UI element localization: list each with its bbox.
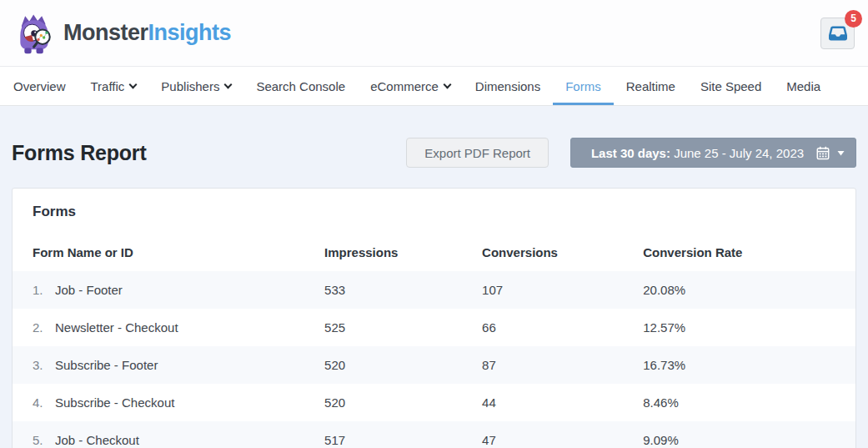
nav-tab-media[interactable]: Media <box>774 67 833 105</box>
impressions-cell: 517 <box>324 421 482 448</box>
inbox-notifications-button[interactable]: 5 <box>820 18 855 49</box>
notification-count-badge: 5 <box>845 10 862 28</box>
main-navigation: OverviewTrafficPublishersSearch Consolee… <box>0 67 868 106</box>
nav-tab-overview[interactable]: Overview <box>1 67 78 105</box>
date-range-text: Last 30 days: June 25 - July 24, 2023 <box>582 146 813 160</box>
conversion-rate-cell: 12.57% <box>643 309 855 346</box>
nav-tab-label: Search Console <box>256 79 345 93</box>
conversions-cell: 44 <box>482 384 643 421</box>
form-name: Job - Footer <box>55 283 123 297</box>
conversion-rate-cell: 16.73% <box>643 346 855 384</box>
forms-card: Forms Form Name or IDImpressionsConversi… <box>12 188 856 448</box>
nav-tab-label: Site Speed <box>700 79 761 93</box>
date-range-picker[interactable]: Last 30 days: June 25 - July 24, 2023 <box>570 138 856 168</box>
nav-tab-label: Publishers <box>161 79 219 93</box>
form-name: Subscribe - Footer <box>55 358 158 372</box>
nav-tab-forms[interactable]: Forms <box>553 67 614 105</box>
impressions-cell: 520 <box>324 384 482 421</box>
report-toolbar: Forms Report Export PDF Report Last 30 d… <box>12 138 856 168</box>
column-header-conversion-rate: Conversion Rate <box>643 234 855 271</box>
export-pdf-report-button[interactable]: Export PDF Report <box>406 138 549 168</box>
form-name: Subscribe - Checkout <box>55 395 174 410</box>
form-name-cell: 5.Job - Checkout <box>13 421 324 448</box>
form-name: Job - Checkout <box>55 433 139 447</box>
nav-tab-ecommerce[interactable]: eCommerce <box>358 67 463 105</box>
page-title: Forms Report <box>12 141 406 165</box>
nav-tab-search-console[interactable]: Search Console <box>243 67 358 105</box>
forms-table: Form Name or IDImpressionsConversionsCon… <box>13 234 855 448</box>
table-header-row: Form Name or IDImpressionsConversionsCon… <box>13 234 855 271</box>
conversion-rate-cell: 8.46% <box>643 384 855 421</box>
table-row: 1.Job - Footer53310720.08% <box>13 271 855 309</box>
nav-tab-label: Realtime <box>626 79 675 93</box>
column-header-impressions: Impressions <box>324 234 482 271</box>
row-rank: 1. <box>33 283 55 297</box>
nav-tab-label: Traffic <box>91 79 125 93</box>
form-name-cell: 2.Newsletter - Checkout <box>13 309 324 346</box>
impressions-cell: 533 <box>324 271 482 309</box>
nav-tab-label: Forms <box>565 79 601 93</box>
conversion-rate-cell: 9.09% <box>643 421 855 448</box>
nav-tab-realtime[interactable]: Realtime <box>614 67 688 105</box>
conversions-cell: 87 <box>482 346 643 384</box>
row-rank: 4. <box>33 395 55 410</box>
nav-tab-publishers[interactable]: Publishers <box>148 67 243 105</box>
row-rank: 3. <box>33 358 55 372</box>
caret-down-icon <box>837 150 845 156</box>
conversions-cell: 47 <box>482 421 643 448</box>
conversion-rate-cell: 20.08% <box>643 271 855 309</box>
column-header-form-name-or-id: Form Name or ID <box>13 234 324 271</box>
impressions-cell: 520 <box>324 346 482 384</box>
nav-tab-site-speed[interactable]: Site Speed <box>688 67 774 105</box>
row-rank: 2. <box>33 320 55 335</box>
top-header: MonsterInsights 5 <box>0 0 868 67</box>
nav-tab-dimensions[interactable]: Dimensions <box>463 67 553 105</box>
table-row: 3.Subscribe - Footer5208716.73% <box>13 346 855 384</box>
conversions-cell: 66 <box>482 309 643 346</box>
column-header-conversions: Conversions <box>482 234 643 271</box>
nav-tab-label: Dimensions <box>475 79 540 93</box>
form-name: Newsletter - Checkout <box>55 320 178 335</box>
monsterinsights-logo-icon <box>13 12 55 55</box>
nav-tab-traffic[interactable]: Traffic <box>78 67 149 105</box>
forms-card-title: Forms <box>13 204 855 219</box>
form-name-cell: 1.Job - Footer <box>13 271 324 309</box>
table-row: 5.Job - Checkout517479.09% <box>13 421 855 448</box>
forms-report-page: Forms Report Export PDF Report Last 30 d… <box>0 106 868 448</box>
row-rank: 5. <box>33 433 55 447</box>
nav-tab-label: eCommerce <box>370 79 439 93</box>
inbox-icon <box>829 25 847 42</box>
chevron-down-icon <box>129 80 138 88</box>
chevron-down-icon <box>443 80 451 88</box>
chevron-down-icon <box>224 80 233 88</box>
calendar-icon <box>816 146 830 160</box>
table-row: 2.Newsletter - Checkout5256612.57% <box>13 309 855 346</box>
monsterinsights-brand[interactable]: MonsterInsights <box>13 12 231 55</box>
brand-text: MonsterInsights <box>63 20 231 46</box>
conversions-cell: 107 <box>482 271 643 309</box>
form-name-cell: 4.Subscribe - Checkout <box>13 384 324 421</box>
nav-tab-label: Overview <box>13 79 66 93</box>
table-row: 4.Subscribe - Checkout520448.46% <box>13 384 855 421</box>
form-name-cell: 3.Subscribe - Footer <box>13 346 324 384</box>
impressions-cell: 525 <box>324 309 482 346</box>
nav-tab-label: Media <box>786 79 820 93</box>
